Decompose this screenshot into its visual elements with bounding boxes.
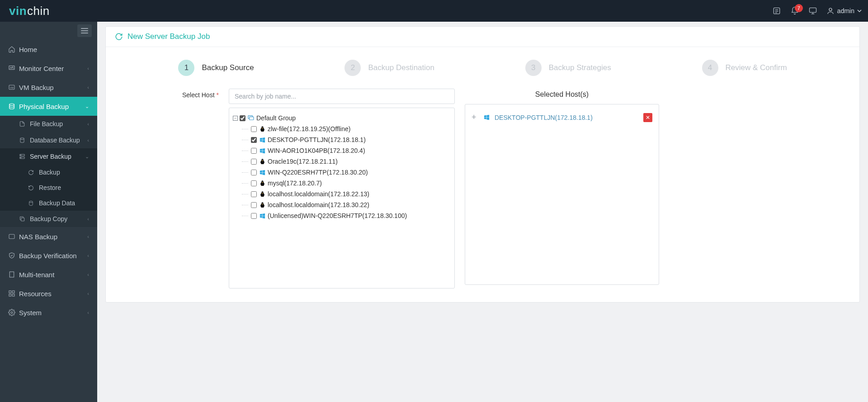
brand-part2: chin bbox=[27, 4, 50, 18]
sidebar-item-file-backup[interactable]: File Backup ‹ bbox=[0, 116, 97, 132]
sidebar-item-backup[interactable]: Backup bbox=[0, 165, 97, 180]
brand-part1: vin bbox=[9, 4, 27, 18]
svg-rect-31 bbox=[250, 117, 254, 120]
task-queue-icon[interactable] bbox=[768, 2, 786, 20]
host-checkbox[interactable] bbox=[251, 202, 257, 208]
nas-icon bbox=[8, 233, 19, 240]
host-name: mysql(172.18.20.7) bbox=[268, 178, 322, 188]
wizard-step[interactable]: 3 Backup Strategies bbox=[525, 60, 611, 76]
display-icon[interactable] bbox=[804, 2, 822, 20]
host-name: WIN-AOR1O1K04PB(172.18.20.4) bbox=[268, 146, 365, 156]
sidebar-item-home[interactable]: Home bbox=[0, 40, 97, 59]
svg-rect-8 bbox=[9, 66, 14, 70]
sidebar-item-label: Multi-tenant bbox=[19, 271, 87, 279]
sidebar-item-monitor[interactable]: Monitor Center ‹ bbox=[0, 59, 97, 78]
host-name: localhost.localdomain(172.18.22.13) bbox=[268, 189, 369, 199]
home-icon bbox=[8, 46, 19, 53]
user-menu[interactable]: admin bbox=[826, 7, 862, 15]
step-label: Backup Strategies bbox=[549, 63, 611, 72]
sidebar-item-backup-copy[interactable]: Backup Copy ‹ bbox=[0, 211, 97, 227]
selected-host-row: + DESKTOP-PGTTLJN(172.18.18.1) ✕ bbox=[472, 111, 652, 124]
windows-icon bbox=[259, 136, 266, 143]
database-icon bbox=[8, 103, 19, 110]
restore-icon bbox=[28, 185, 39, 191]
wizard-step[interactable]: 1 Backup Source bbox=[178, 60, 254, 76]
expand-icon[interactable]: + bbox=[472, 113, 479, 122]
svg-point-17 bbox=[29, 201, 33, 202]
sidebar-item-sys[interactable]: System ‹ bbox=[0, 303, 97, 322]
remove-button[interactable]: ✕ bbox=[643, 113, 652, 122]
svg-rect-26 bbox=[12, 291, 14, 293]
chevron-left-icon: ‹ bbox=[87, 121, 89, 127]
host-checkbox[interactable] bbox=[251, 126, 257, 132]
svg-text:VM: VM bbox=[10, 86, 14, 89]
tree-host-row[interactable]: mysql(172.18.20.7) bbox=[245, 178, 451, 189]
host-checkbox[interactable] bbox=[251, 180, 257, 186]
tree-host-row[interactable]: WIN-Q220ESRH7TP(172.18.30.20) bbox=[245, 167, 451, 178]
wizard-step[interactable]: 2 Backup Destination bbox=[344, 60, 434, 76]
svg-rect-27 bbox=[9, 294, 11, 296]
host-checkbox[interactable] bbox=[251, 170, 257, 175]
host-name: DESKTOP-PGTTLJN(172.18.18.1) bbox=[268, 135, 366, 145]
wizard-step[interactable]: 4 Review & Confirm bbox=[702, 60, 787, 76]
group-checkbox[interactable] bbox=[240, 115, 245, 121]
monitor-icon bbox=[8, 65, 19, 72]
sidebar-item-server-backup[interactable]: Server Backup ⌄ bbox=[0, 148, 97, 165]
sidebar-item-label: Resources bbox=[19, 290, 87, 298]
svg-point-16 bbox=[21, 157, 21, 158]
linux-icon bbox=[259, 201, 266, 208]
step-number: 3 bbox=[525, 60, 542, 76]
sidebar-item-label: Backup Copy bbox=[30, 215, 87, 222]
host-checkbox[interactable] bbox=[251, 191, 257, 197]
chevron-down-icon bbox=[857, 9, 862, 13]
host-name: zlw-file(172.18.19.25)(Offline) bbox=[268, 124, 350, 134]
host-checkbox[interactable] bbox=[251, 148, 257, 154]
vm-icon: VM bbox=[8, 84, 19, 91]
sidebar-item-label: Backup Data bbox=[39, 199, 89, 207]
tree-collapse-icon[interactable]: − bbox=[233, 116, 238, 121]
refresh-icon[interactable] bbox=[115, 33, 123, 41]
host-name: WIN-Q220ESRH7TP(172.18.30.20) bbox=[268, 167, 368, 177]
sidebar-item-label: System bbox=[19, 309, 87, 317]
user-name: admin bbox=[837, 7, 854, 14]
chevron-left-icon: ‹ bbox=[87, 85, 89, 90]
windows-icon bbox=[259, 169, 266, 176]
chevron-left-icon: ‹ bbox=[87, 253, 89, 258]
sidebar-item-verify[interactable]: Backup Verification ‹ bbox=[0, 246, 97, 265]
sidebar-collapse-button[interactable] bbox=[77, 24, 92, 37]
sidebar-item-label: Database Backup bbox=[30, 137, 87, 144]
group-name: Default Group bbox=[256, 113, 296, 123]
tree-host-row[interactable]: Oracle19c(172.18.21.11) bbox=[245, 156, 451, 167]
tree-host-row[interactable]: DESKTOP-PGTTLJN(172.18.18.1) bbox=[245, 134, 451, 145]
tree-host-row[interactable]: WIN-AOR1O1K04PB(172.18.20.4) bbox=[245, 145, 451, 156]
sidebar-item-database-backup[interactable]: Database Backup ‹ bbox=[0, 132, 97, 148]
host-checkbox[interactable] bbox=[251, 213, 257, 219]
tree-host-row[interactable]: (Unlicensed)WIN-Q220ESRH7TP(172.18.30.10… bbox=[245, 210, 451, 221]
linux-icon bbox=[259, 190, 266, 198]
svg-point-35 bbox=[263, 160, 263, 160]
linux-icon bbox=[259, 180, 266, 187]
host-name: Oracle19c(172.18.21.11) bbox=[268, 156, 338, 166]
tree-group-row[interactable]: − Default Group bbox=[233, 113, 451, 123]
sidebar-item-nas[interactable]: NAS Backup ‹ bbox=[0, 227, 97, 246]
sidebar-item-res[interactable]: Resources ‹ bbox=[0, 284, 97, 303]
notification-badge: 7 bbox=[795, 4, 803, 12]
search-input[interactable] bbox=[229, 89, 455, 104]
chevron-left-icon: ‹ bbox=[87, 310, 89, 315]
sidebar-item-label: File Backup bbox=[30, 120, 87, 128]
windows-icon bbox=[259, 212, 266, 219]
notification-bell-icon[interactable]: 7 bbox=[786, 2, 804, 20]
sidebar-item-multi[interactable]: Multi-tenant ‹ bbox=[0, 265, 97, 284]
tree-host-row[interactable]: zlw-file(172.18.19.25)(Offline) bbox=[245, 123, 451, 134]
sidebar-item-label: Monitor Center bbox=[19, 65, 87, 72]
sidebar-item-restore[interactable]: Restore bbox=[0, 180, 97, 195]
host-checkbox[interactable] bbox=[251, 137, 257, 143]
host-checkbox[interactable] bbox=[251, 159, 257, 165]
sidebar-item-backup-data[interactable]: Backup Data bbox=[0, 195, 97, 211]
svg-rect-20 bbox=[9, 272, 14, 277]
tree-host-row[interactable]: localhost.localdomain(172.18.22.13) bbox=[245, 189, 451, 199]
sidebar-item-physical[interactable]: Physical Backup ⌄ bbox=[0, 97, 97, 116]
sidebar-item-vm[interactable]: VM VM Backup ‹ bbox=[0, 78, 97, 97]
selected-host-label[interactable]: DESKTOP-PGTTLJN(172.18.18.1) bbox=[495, 114, 639, 121]
tree-host-row[interactable]: localhost.localdomain(172.18.30.22) bbox=[245, 199, 451, 210]
